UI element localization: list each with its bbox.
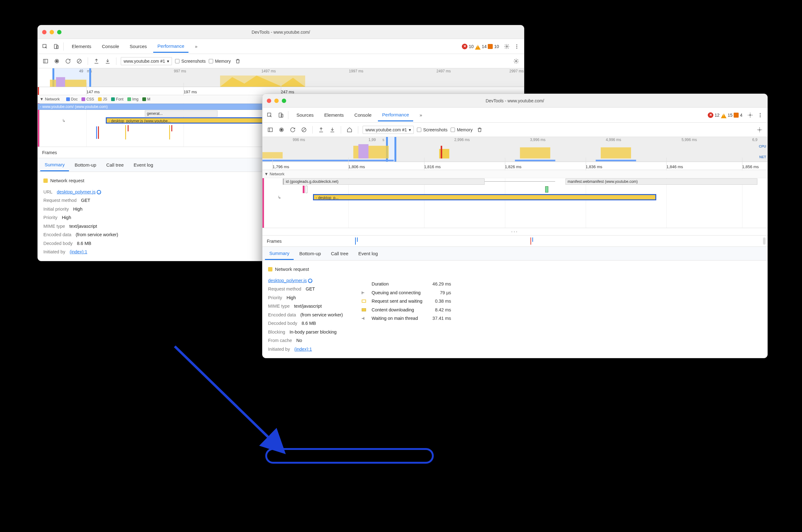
svg-point-28 [281,129,282,131]
encoded-value: (from service worker) [301,311,343,320]
warning-icon: ! [475,44,481,49]
ruler-tick: 1,806 ms [348,165,365,169]
download-icon[interactable] [328,126,337,134]
trash-icon[interactable] [234,57,242,65]
svg-rect-15 [56,77,65,87]
clear-icon[interactable] [75,57,83,65]
flame-entry[interactable]: generat... [145,111,218,117]
svg-rect-7 [43,59,48,63]
dtab-calltree[interactable]: Call tree [102,159,128,171]
ruler-tick: 1,846 ms [666,165,683,169]
tab-elements[interactable]: Elements [320,109,348,121]
dtab-eventlog[interactable]: Event log [129,159,158,171]
tab-elements[interactable]: Elements [68,41,96,52]
titlebar[interactable]: DevTools - www.youtube.com/ [38,25,524,39]
svg-rect-36 [441,146,442,158]
error-count: 10 [469,44,474,49]
dtab-bottomup[interactable]: Bottom-up [295,248,325,259]
track-label: Network [270,172,285,176]
annotation-highlight-oval [265,448,434,464]
dtab-summary[interactable]: Summary [265,247,294,260]
device-icon[interactable] [52,42,60,51]
wait-value: 37.41 ms [426,314,451,323]
flame-entry-selected[interactable]: ◦ desktop_p... [313,194,656,200]
flame-ruler[interactable]: 1,796 ms 1,806 ms 1,816 ms 1,826 ms 1,83… [263,162,767,170]
memory-checkbox[interactable]: Memory [209,59,231,64]
gear-icon[interactable] [512,57,520,65]
svg-line-42 [175,346,284,452]
tab-performance[interactable]: Performance [153,40,189,53]
reload-icon[interactable] [289,126,297,134]
detail-tabs: Summary Bottom-up Call tree Event log [263,247,767,261]
tabs-overflow[interactable]: » [415,109,426,121]
device-icon[interactable] [277,111,285,119]
svg-point-5 [516,46,517,47]
dtab-calltree[interactable]: Call tree [326,248,352,259]
tabs-overflow[interactable]: » [190,41,202,52]
toggle-sidebar-icon[interactable] [41,57,50,65]
request-details: Network request desktop_polymer.js Reque… [263,261,767,358]
tab-console[interactable]: Console [350,109,376,121]
frames-strip[interactable]: Frames [263,235,767,247]
upload-icon[interactable] [92,57,100,65]
tab-performance[interactable]: Performance [378,109,414,121]
url-link[interactable]: desktop_polymer.js [268,278,307,283]
chevron-down-icon: ▼ [40,97,44,101]
dtab-bottomup[interactable]: Bottom-up [70,159,100,171]
upload-icon[interactable] [317,126,325,134]
network-flame[interactable]: id (googleads.g.doubleclick.net) manifes… [263,178,767,228]
scrollbar[interactable] [763,238,765,245]
kebab-icon[interactable] [513,42,521,51]
download-icon[interactable] [103,57,112,65]
mime-value: text/javascript [294,302,322,311]
queue-value: 79 µs [426,289,451,297]
toggle-sidebar-icon[interactable] [266,126,274,134]
initiator-link[interactable]: (index):1 [294,347,312,352]
inspect-icon[interactable] [41,42,49,51]
dtab-summary[interactable]: Summary [40,159,69,171]
overview-timeline[interactable]: 996 ms 1,99 s 2,996 ms 3,996 ms 4,996 ms… [263,137,767,162]
svg-rect-40 [515,160,555,161]
gear-icon[interactable] [746,111,754,119]
flame-entry[interactable]: id (googleads.g.doubleclick.net) [283,178,485,185]
js-color-icon [43,178,48,183]
kebab-icon[interactable] [756,111,764,119]
svg-rect-38 [601,147,631,158]
timing-breakdown: Duration46.29 ms ⊢Queuing and connecting… [362,280,451,354]
dtab-eventlog[interactable]: Event log [354,248,382,259]
reload-icon[interactable] [64,57,72,65]
tab-sources[interactable]: Sources [126,41,151,52]
chevron-down-icon: ▾ [409,127,411,132]
queue-icon: ⊢ [362,289,368,297]
network-track-header[interactable]: ▼ Network [263,170,767,178]
profile-select[interactable]: www.youtube.com #1 ▾ [363,126,414,134]
flame-entry[interactable]: manifest.webmanifest (www.youtube.com) [566,178,757,185]
issues-summary[interactable]: ✕12 !15 4 [706,112,744,118]
preload-icon [97,190,101,194]
record-icon[interactable] [278,126,286,134]
url-link[interactable]: desktop_polymer.js [57,189,95,194]
home-icon[interactable] [345,126,354,134]
gear-icon[interactable] [503,42,511,51]
ruler-tick: 1,826 ms [505,165,521,169]
record-icon[interactable] [53,57,61,65]
gear-icon[interactable] [756,126,764,134]
titlebar[interactable]: DevTools - www.youtube.com/ [263,94,767,108]
svg-point-23 [760,115,761,115]
profile-select[interactable]: www.youtube.com #1 ▾ [121,57,172,65]
initiator-link[interactable]: (index):1 [70,249,87,254]
issues-summary[interactable]: ✕10 !14 10 [460,44,501,49]
memory-checkbox[interactable]: Memory [451,127,473,132]
trash-icon[interactable] [476,126,484,134]
inspect-icon[interactable] [266,111,274,119]
tab-sources[interactable]: Sources [292,109,318,121]
screenshots-checkbox[interactable]: Screenshots [417,127,447,132]
svg-point-13 [516,60,517,62]
drag-handle[interactable]: ··· [263,228,767,235]
screenshots-checkbox[interactable]: Screenshots [175,59,206,64]
clear-icon[interactable] [300,126,308,134]
mime-value: text/javascript [69,222,97,231]
error-count: 12 [714,113,720,118]
duration-value: 46.29 ms [426,280,451,289]
tab-console[interactable]: Console [98,41,123,52]
